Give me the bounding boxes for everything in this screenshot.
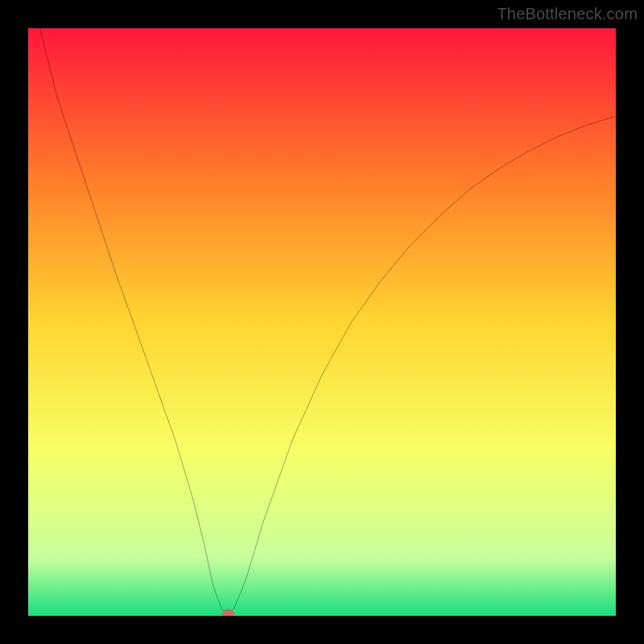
plot-svg	[28, 28, 616, 616]
watermark-text: TheBottleneck.com	[497, 5, 638, 23]
plot-area	[28, 28, 616, 616]
chart-stage: TheBottleneck.com	[0, 0, 644, 644]
bottleneck-curve	[40, 28, 616, 613]
